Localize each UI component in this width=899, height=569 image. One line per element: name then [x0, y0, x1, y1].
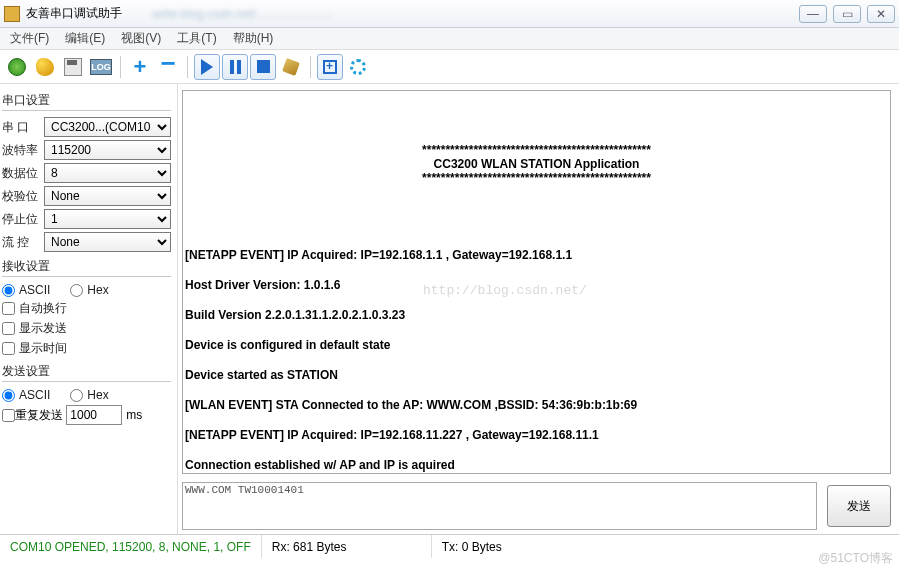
- select-parity[interactable]: None: [44, 186, 171, 206]
- credit-watermark: @51CTO博客: [818, 550, 893, 567]
- pause-button[interactable]: [222, 54, 248, 80]
- menu-file[interactable]: 文件(F): [2, 30, 57, 47]
- label-port: 串 口: [2, 119, 44, 136]
- label-flow: 流 控: [2, 234, 44, 251]
- select-data[interactable]: 8: [44, 163, 171, 183]
- label-baud: 波特率: [2, 142, 44, 159]
- send-hex-label: Hex: [87, 388, 108, 402]
- log-line: Connection established w/ AP and IP is a…: [185, 458, 888, 472]
- expand-icon: [323, 60, 337, 74]
- repeat-interval[interactable]: [66, 405, 122, 425]
- left-panel: 串口设置 串 口CC3200...(COM10 波特率115200 数据位8 校…: [0, 84, 178, 534]
- log-line: [WLAN EVENT] STA Connected to the AP: WW…: [185, 398, 888, 412]
- gear-icon: [350, 59, 366, 75]
- chk-repeat[interactable]: [2, 409, 15, 422]
- separator: [120, 56, 121, 78]
- send-textbox[interactable]: WWW.COM TW10001401: [182, 482, 817, 530]
- play-button[interactable]: [194, 54, 220, 80]
- repeat-unit: ms: [126, 408, 142, 422]
- send-ascii-radio[interactable]: [2, 389, 15, 402]
- recv-hex-label: Hex: [87, 283, 108, 297]
- connect-button[interactable]: [4, 54, 30, 80]
- log-line: Device is configured in default state: [185, 338, 888, 352]
- separator: [187, 56, 188, 78]
- status-rx: Rx: 681 Bytes: [262, 535, 432, 558]
- broom-icon: [282, 58, 300, 76]
- globe-icon: [8, 58, 26, 76]
- menu-tools[interactable]: 工具(T): [169, 30, 224, 47]
- chk-repeat-label: 重复发送: [15, 407, 63, 424]
- select-stop[interactable]: 1: [44, 209, 171, 229]
- chk-wrap-label: 自动换行: [19, 300, 67, 317]
- add-button[interactable]: +: [127, 54, 153, 80]
- leaf-icon: [36, 58, 54, 76]
- menu-edit[interactable]: 编辑(E): [57, 30, 113, 47]
- select-baud[interactable]: 115200: [44, 140, 171, 160]
- log-button[interactable]: LOG: [88, 54, 114, 80]
- send-hex-radio[interactable]: [70, 389, 83, 402]
- status-connection: COM10 OPENED, 115200, 8, NONE, 1, OFF: [0, 535, 262, 558]
- hdr-stars2: ****************************************…: [422, 171, 651, 185]
- remove-button[interactable]: −: [155, 54, 181, 80]
- main-area: 串口设置 串 口CC3200...(COM10 波特率115200 数据位8 校…: [0, 84, 899, 534]
- select-port[interactable]: CC3200...(COM10: [44, 117, 171, 137]
- send-button[interactable]: 发送: [827, 485, 891, 527]
- separator: [310, 56, 311, 78]
- group-recv-settings: 接收设置: [2, 258, 171, 277]
- send-ascii-label: ASCII: [19, 388, 50, 402]
- play-icon: [201, 59, 213, 75]
- log-line: Device started as STATION: [185, 368, 888, 382]
- label-data: 数据位: [2, 165, 44, 182]
- recv-ascii-label: ASCII: [19, 283, 50, 297]
- toolbar: LOG + −: [0, 50, 899, 84]
- plus-icon: +: [134, 54, 147, 80]
- menu-bar: 文件(F) 编辑(E) 视图(V) 工具(T) 帮助(H): [0, 28, 899, 50]
- right-panel: http://blog.csdn.net/ ******************…: [178, 84, 899, 534]
- hdr-stars1: ****************************************…: [422, 143, 651, 157]
- window-title: 友善串口调试助手: [26, 5, 122, 22]
- minus-icon: −: [160, 48, 175, 79]
- pause-icon: [230, 60, 241, 74]
- status-bar: COM10 OPENED, 115200, 8, NONE, 1, OFF Rx…: [0, 534, 899, 558]
- save-button[interactable]: [60, 54, 86, 80]
- stop-button[interactable]: [250, 54, 276, 80]
- log-icon: LOG: [90, 59, 112, 75]
- title-bar: 友善串口调试助手 write-blog.csdn.net/...........…: [0, 0, 899, 28]
- group-send-settings: 发送设置: [2, 363, 171, 382]
- send-area: WWW.COM TW10001401 发送: [182, 478, 891, 534]
- log-line: [NETAPP EVENT] IP Acquired: IP=192.168.1…: [185, 248, 888, 262]
- chk-show-time-label: 显示时间: [19, 340, 67, 357]
- console-output[interactable]: http://blog.csdn.net/ ******************…: [182, 90, 891, 474]
- refresh-button[interactable]: [32, 54, 58, 80]
- clear-button[interactable]: [278, 54, 304, 80]
- chk-show-send[interactable]: [2, 322, 15, 335]
- recv-hex-radio[interactable]: [70, 284, 83, 297]
- blurred-url: write-blog.csdn.net/....................…: [152, 7, 799, 21]
- maximize-button[interactable]: ▭: [833, 5, 861, 23]
- stop-icon: [257, 60, 270, 73]
- label-stop: 停止位: [2, 211, 44, 228]
- minimize-button[interactable]: —: [799, 5, 827, 23]
- recv-ascii-radio[interactable]: [2, 284, 15, 297]
- close-button[interactable]: ✕: [867, 5, 895, 23]
- log-line: [NETAPP EVENT] IP Acquired: IP=192.168.1…: [185, 428, 888, 442]
- save-icon: [64, 58, 82, 76]
- menu-help[interactable]: 帮助(H): [225, 30, 282, 47]
- menu-view[interactable]: 视图(V): [113, 30, 169, 47]
- app-icon: [4, 6, 20, 22]
- chk-show-time[interactable]: [2, 342, 15, 355]
- label-parity: 校验位: [2, 188, 44, 205]
- status-tx: Tx: 0 Bytes: [432, 535, 602, 558]
- watermark: http://blog.csdn.net/: [423, 283, 587, 298]
- group-port-settings: 串口设置: [2, 92, 171, 111]
- select-flow[interactable]: None: [44, 232, 171, 252]
- log-line: Build Version 2.2.0.1.31.1.2.0.2.1.0.3.2…: [185, 308, 888, 322]
- chk-wrap[interactable]: [2, 302, 15, 315]
- settings-button[interactable]: [345, 54, 371, 80]
- expand-button[interactable]: [317, 54, 343, 80]
- chk-show-send-label: 显示发送: [19, 320, 67, 337]
- hdr-title: CC3200 WLAN STATION Application: [434, 157, 640, 171]
